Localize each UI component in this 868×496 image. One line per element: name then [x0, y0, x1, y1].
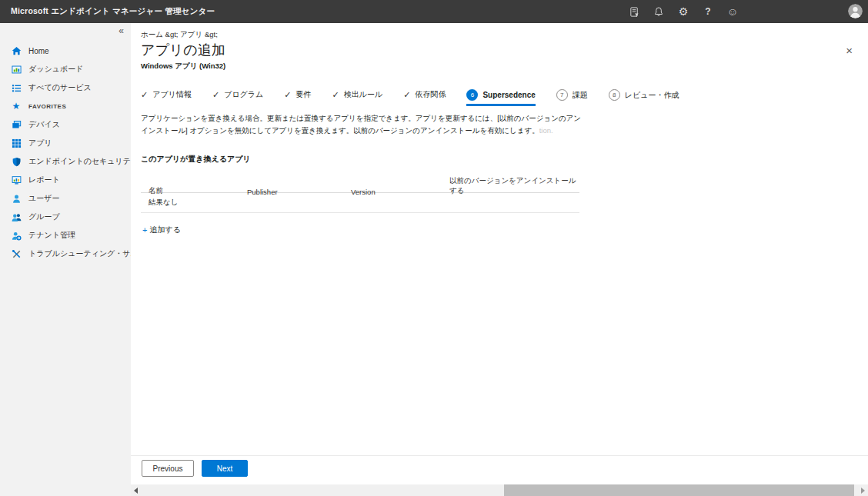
endpoint-security-shield-icon — [11, 156, 22, 167]
sidebar-item-label: ユーザー — [28, 193, 59, 204]
users-person-icon — [11, 193, 22, 204]
sidebar-nav: Home ダッシュボード すべてのサービス — [0, 42, 131, 263]
sidebar-item-label: テナント管理 — [28, 230, 75, 241]
superseded-apps-table: 名前 Publisher Version 以前のバージョンをアンインストールする… — [141, 176, 579, 213]
sidebar-item-tenant-admin[interactable]: テナント管理 — [0, 226, 131, 245]
scroll-right-arrow-icon[interactable] — [861, 488, 865, 494]
reports-icon — [11, 175, 22, 185]
dashboard-icon — [11, 64, 22, 75]
sidebar-item-label: デバイス — [28, 119, 60, 130]
table-header-uninstall-previous: 以前のバージョンをアンインストールする — [449, 176, 579, 196]
table-header-publisher: Publisher — [247, 188, 351, 196]
notifications-bell-icon[interactable] — [652, 5, 666, 18]
sidebar-item-label: レポート — [28, 175, 60, 185]
wizard-step-detection-rules[interactable]: ✓ 検出ルール — [332, 89, 383, 105]
all-services-icon — [11, 82, 22, 93]
devices-icon — [11, 119, 22, 130]
close-icon[interactable]: × — [846, 45, 853, 56]
add-link-label: 追加する — [149, 225, 180, 235]
next-button[interactable]: Next — [202, 460, 248, 477]
step-number-badge: 8 — [609, 89, 620, 101]
star-icon: ★ — [11, 101, 22, 112]
sidebar-item-home[interactable]: Home — [0, 42, 131, 60]
sidebar: « Home ダッシュボード — [0, 23, 131, 496]
sidebar-item-label: アプリ — [28, 138, 52, 148]
wizard-step-supersedence[interactable]: 6 Supersedence — [466, 89, 535, 106]
table-header-name: 名前 — [141, 186, 247, 196]
sidebar-item-devices[interactable]: デバイス — [0, 115, 131, 134]
groups-people-icon — [11, 211, 22, 222]
scroll-left-arrow-icon[interactable] — [134, 488, 138, 494]
section-title-superseded-apps: このアプリが置き換えるアプリ — [141, 154, 251, 165]
sidebar-item-endpoint-security[interactable]: エンドポイントのセキュリティ — [0, 152, 131, 171]
feedback-smiley-icon[interactable]: ☺ — [726, 5, 739, 18]
wizard-step-assignments[interactable]: 7 課題 — [556, 89, 588, 106]
sidebar-item-label: グループ — [28, 211, 60, 222]
sidebar-item-apps[interactable]: アプリ — [0, 134, 131, 152]
sidebar-item-label: エンドポイントのセキュリティ — [28, 156, 139, 167]
sidebar-item-label: ダッシュボード — [28, 64, 83, 75]
page-subtitle: Windows アプリ (Win32) — [141, 62, 225, 72]
page-title: アプリの追加 — [141, 41, 225, 59]
check-icon: ✓ — [332, 90, 339, 100]
account-avatar[interactable] — [848, 4, 863, 18]
plus-icon: + — [142, 225, 147, 235]
sidebar-item-groups[interactable]: グループ — [0, 208, 131, 226]
sidebar-item-reports[interactable]: レポート — [0, 171, 131, 189]
check-icon: ✓ — [284, 90, 291, 100]
supersedence-description: アプリケーションを置き換える場合。更新または置換するアプリを指定できます。アプリ… — [141, 112, 585, 136]
sidebar-item-label: Home — [28, 47, 49, 55]
sidebar-item-all-services[interactable]: すべてのサービス — [0, 78, 131, 97]
apps-icon — [11, 138, 22, 148]
sidebar-item-dashboard[interactable]: ダッシュボード — [0, 60, 131, 78]
check-icon: ✓ — [403, 90, 410, 100]
main-content: ホーム &gt; アプリ &gt; アプリの追加 Windows アプリ (Wi… — [131, 23, 868, 496]
table-header-version: Version — [351, 188, 449, 196]
topbar-icon-group: ⚙ ? ☺ — [627, 0, 739, 23]
home-icon — [11, 45, 22, 56]
sidebar-section-favorites: ★ FAVORITES — [0, 97, 131, 115]
top-bar: Microsoft エンドポイント マネージャー 管理センター ⚙ ? ☺ — [0, 0, 868, 23]
troubleshooting-tools-icon — [11, 248, 22, 259]
render-artifact-text: tion. — [539, 126, 553, 135]
wizard-step-review-create[interactable]: 8 レビュー・作成 — [609, 89, 679, 106]
sidebar-item-users[interactable]: ユーザー — [0, 189, 131, 208]
sidebar-item-troubleshooting[interactable]: トラブルシューティング・サポート — [0, 245, 131, 263]
wizard-step-dependencies[interactable]: ✓ 依存関係 — [403, 89, 446, 105]
app-title: Microsoft エンドポイント マネージャー 管理センター — [11, 6, 215, 17]
check-icon: ✓ — [212, 90, 219, 100]
wizard-step-app-info[interactable]: ✓ アプリ情報 — [141, 89, 192, 105]
add-app-link[interactable]: + 追加する — [142, 225, 181, 235]
wizard-steps: ✓ アプリ情報 ✓ プログラム ✓ 要件 ✓ 検出ルール ✓ 依存関係 6 Su… — [141, 89, 679, 106]
tenant-admin-icon — [11, 230, 22, 241]
settings-gear-icon[interactable]: ⚙ — [676, 5, 690, 18]
sidebar-collapse-icon[interactable]: « — [119, 25, 124, 36]
step-number-badge: 7 — [556, 89, 568, 101]
check-icon: ✓ — [141, 90, 148, 100]
table-header-row: 名前 Publisher Version 以前のバージョンをアンインストールする — [141, 176, 579, 193]
wizard-step-requirements[interactable]: ✓ 要件 — [284, 89, 311, 105]
horizontal-scrollbar-track[interactable] — [131, 484, 868, 496]
sidebar-item-label: すべてのサービス — [28, 82, 92, 93]
breadcrumb[interactable]: ホーム &gt; アプリ &gt; — [141, 30, 218, 40]
wizard-step-program[interactable]: ✓ プログラム — [212, 89, 263, 105]
release-notes-icon[interactable] — [627, 5, 641, 18]
step-number-badge: 6 — [466, 89, 478, 101]
footer-divider — [131, 455, 868, 456]
favorites-label: FAVORITES — [28, 103, 66, 110]
previous-button[interactable]: Previous — [142, 460, 194, 477]
horizontal-scrollbar-thumb[interactable] — [504, 484, 854, 496]
help-icon[interactable]: ? — [701, 5, 715, 18]
